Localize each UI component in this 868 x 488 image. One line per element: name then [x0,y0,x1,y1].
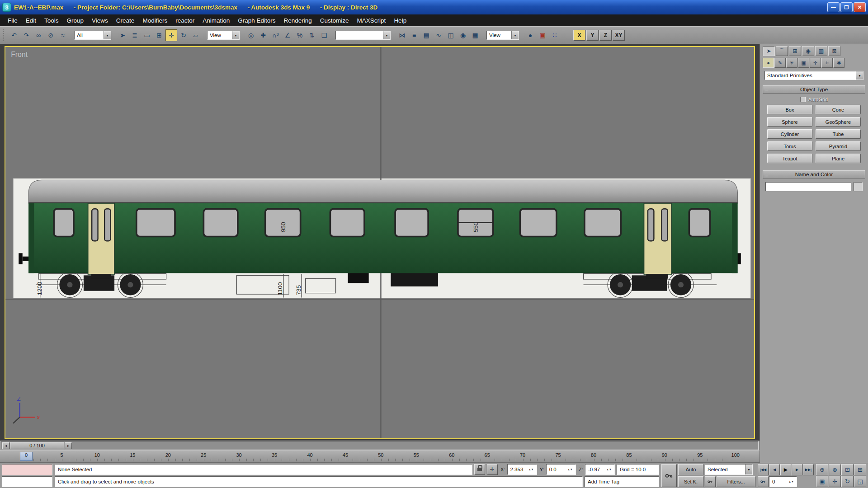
constraint-z-button[interactable]: Z [599,30,612,41]
subcategory-dropdown[interactable]: Standard Primitives ▼ [764,71,863,80]
min-max-toggle-icon[interactable]: ◱ [854,476,866,487]
menu-item[interactable]: Create [112,15,139,26]
select-by-name-icon[interactable]: ≣ [129,29,141,41]
curve-editor-icon[interactable]: ∿ [433,29,444,41]
select-and-scale-icon[interactable]: ▱ [190,29,202,41]
select-and-rotate-icon[interactable]: ↻ [178,29,189,41]
undo-icon[interactable]: ↶ [8,29,20,41]
play-button[interactable]: ▶ [780,464,791,475]
time-slider-track[interactable]: ◂ 0 / 100 ▸ [1,441,759,450]
zoom-extents-all-icon[interactable]: ⊞ [854,464,866,475]
redo-icon[interactable]: ↷ [20,29,32,41]
spinner-icon[interactable]: ▲▼ [788,480,794,483]
reference-coordsys-dropdown[interactable]: View ▼ [207,31,240,40]
use-pivot-point-icon[interactable]: ◎ [245,29,257,41]
tab-display[interactable]: ▥ [815,46,827,56]
primitive-button[interactable]: GeoSphere [816,117,861,127]
menu-item[interactable]: reactor [171,15,198,26]
category-helpers[interactable]: ✛ [810,58,821,68]
spinner-icon[interactable]: ▲▼ [606,468,612,471]
selection-lock-toggle[interactable] [474,464,485,475]
select-and-move-icon[interactable]: ✛ [165,29,177,41]
menu-item[interactable]: Modifiers [138,15,171,26]
previous-frame-nub[interactable]: ◂ [2,442,9,449]
menu-item[interactable]: Rendering [280,15,316,26]
tab-motion[interactable]: ◉ [802,46,814,56]
category-shapes[interactable]: ✎ [774,58,786,68]
maximize-button[interactable]: ❐ [840,2,853,12]
menu-item[interactable]: MAXScript [353,15,390,26]
named-selection-sets-dropdown[interactable]: ▼ [335,31,391,40]
autogrid-checkbox[interactable] [800,97,806,102]
macro-recorder-field[interactable] [2,464,52,475]
go-to-end-button[interactable]: ▶▶| [803,464,814,475]
mirror-icon[interactable]: ⋈ [396,29,408,41]
category-spacewarps[interactable]: ≋ [821,58,833,68]
set-keys-button[interactable] [661,464,677,487]
z-coordinate-input[interactable]: -0.97▲▼ [585,464,615,475]
zoom-region-icon[interactable]: ▣ [816,476,828,487]
menu-item[interactable]: Help [390,15,410,26]
viewport-front[interactable]: 12001100735950550FrontZx [5,46,755,439]
category-systems[interactable]: ✱ [833,58,844,68]
layer-manager-icon[interactable]: ▤ [420,29,432,41]
tab-create[interactable]: ➤ [763,46,775,56]
category-lights[interactable]: ☀ [786,58,797,68]
previous-frame-button[interactable]: ◀ [769,464,780,475]
key-mode-toggle[interactable] [758,476,769,488]
select-and-manipulate-icon[interactable]: ✚ [257,29,269,41]
constraint-y-button[interactable]: Y [586,30,599,41]
menu-item[interactable]: Views [88,15,112,26]
select-and-link-icon[interactable]: ∞ [33,29,44,41]
window-crossing-toggle-icon[interactable]: ⊞ [153,29,165,41]
category-cameras[interactable]: ▣ [798,58,809,68]
menu-item[interactable]: Group [63,15,88,26]
primitive-button[interactable]: Teapot [767,154,812,163]
go-to-start-button[interactable]: |◀◀ [758,464,769,475]
angle-snap-icon[interactable]: ∠ [282,29,293,41]
object-color-swatch[interactable] [854,182,863,191]
menu-item[interactable]: File [4,15,22,26]
primitive-button[interactable]: Box [767,105,812,114]
primitive-button[interactable]: Sphere [767,117,812,127]
render-last-icon[interactable]: ▣ [537,29,548,41]
particle-view-icon[interactable]: ∷ [549,29,561,41]
object-name-input[interactable] [765,182,851,191]
spinner-snap-icon[interactable]: ⇅ [306,29,318,41]
primitive-button[interactable]: Pyramid [816,141,861,151]
schematic-view-icon[interactable]: ◫ [445,29,457,41]
set-key-button[interactable]: Set K. [678,476,703,488]
percent-snap-icon[interactable]: % [294,29,306,41]
arc-rotate-icon[interactable]: ↻ [841,476,854,487]
track-bar[interactable]: 0510152025303540455055606570758085909510… [0,450,760,463]
menu-item[interactable]: Animation [198,15,234,26]
constraint-xy-button[interactable]: XY [613,30,625,41]
rectangular-selection-region-icon[interactable]: ▭ [141,29,153,41]
unlink-selection-icon[interactable]: ⊘ [45,29,57,41]
key-filters-button[interactable]: Filters... [717,476,755,488]
zoom-extents-icon[interactable]: ⊡ [841,464,854,475]
close-button[interactable]: ✕ [854,2,866,12]
absolute-offset-toggle[interactable]: ✛ [487,464,498,475]
menu-item[interactable]: Customize [316,15,353,26]
quick-render-icon[interactable]: ● [524,29,536,41]
bind-to-space-warp-icon[interactable]: ≈ [57,29,69,41]
key-filter-dropdown[interactable]: Selected ▼ [705,464,753,475]
render-scene-icon[interactable]: ▦ [469,29,481,41]
spinner-icon[interactable]: ▲▼ [567,468,573,471]
constraint-x-button[interactable]: X [573,30,585,41]
auto-key-button[interactable]: Auto [678,464,703,475]
select-object-icon[interactable]: ➤ [117,29,128,41]
menu-item[interactable]: Tools [40,15,63,26]
tab-utilities[interactable]: ⊠ [828,46,840,56]
next-frame-button[interactable]: ▶ [792,464,802,475]
name-color-rollout-header[interactable]: _ Name and Color [763,170,865,178]
primitive-button[interactable]: Tube [816,129,861,139]
listener-field[interactable] [2,476,52,488]
add-time-tag[interactable]: Add Time Tag [585,476,659,487]
toolbar-grip[interactable] [3,29,5,41]
key-filters-icon-button[interactable] [705,476,716,488]
selection-filter-dropdown[interactable]: All ▼ [74,31,111,40]
primitive-button[interactable]: Cylinder [767,129,812,139]
tab-hierarchy[interactable]: ⊞ [789,46,801,56]
